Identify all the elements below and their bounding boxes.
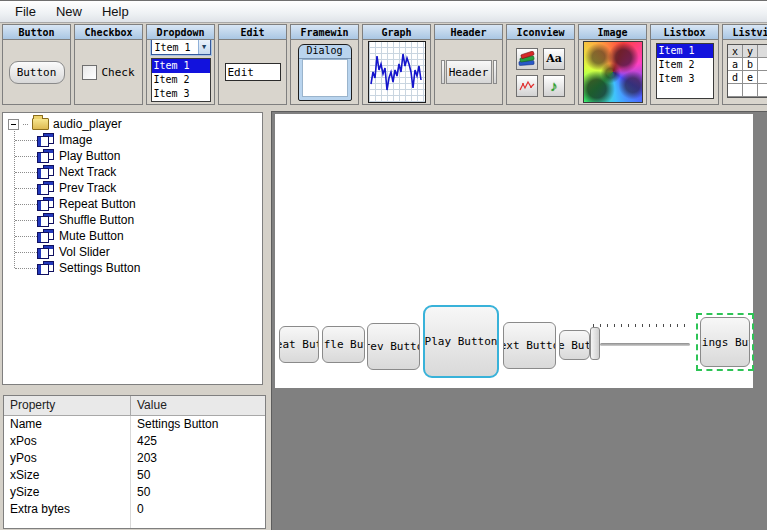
canvas-mute-button[interactable]: Mute Button [559,330,590,360]
property-value-cell[interactable] [131,518,265,529]
property-value-cell[interactable]: 50 [131,467,265,484]
widget-icon [37,261,54,275]
palette-checkbox-widget[interactable]: Check [82,65,134,80]
list-item-item-1[interactable]: Item 1 [657,44,713,58]
listbox-list[interactable]: Item 1Item 2Item 3 [656,43,714,99]
header-segment-label[interactable]: Header [446,60,492,84]
palette-image-widget[interactable] [583,41,643,103]
chevron-down-icon[interactable]: ▼ [198,40,210,54]
tree-children: ImagePlay ButtonNext TrackPrev TrackRepe… [3,132,262,276]
listview-table[interactable]: xyabde [727,44,767,98]
property-row [4,518,265,529]
chart-icon[interactable] [516,75,538,97]
property-header-row: Property Value [4,396,265,416]
tree-item-shuffle-button[interactable]: Shuffle Button [3,212,262,228]
property-value-cell[interactable]: 425 [131,433,265,450]
panel-title: Graph [363,25,430,40]
collapse-expander-icon[interactable] [8,119,19,130]
property-value-cell[interactable]: 0 [131,501,265,518]
widget-icon [37,197,54,211]
list-item-item-3[interactable]: Item 3 [152,87,210,101]
palette-panel-iconview: Iconview Aa [506,24,575,105]
header-segment [441,60,445,84]
framewin-body [302,59,348,97]
checkbox-box[interactable] [82,65,97,80]
dropdown-combo[interactable]: Item 1 ▼ [151,40,211,55]
font-icon[interactable]: Aa [543,48,565,70]
palette-iconview-widget[interactable]: Aa ♪ [516,48,565,97]
property-row: xPos425 [4,433,265,450]
canvas-next-button[interactable]: Next Button [503,322,556,369]
palette-edit-widget[interactable]: Edit [225,63,281,81]
tree-item-prev-track[interactable]: Prev Track [3,180,262,196]
list-item-item-2[interactable]: Item 2 [152,73,210,87]
canvas-vol-slider-handle[interactable] [590,327,600,360]
panel-title: Dropdown [147,25,214,40]
tree-item-label: Next Track [59,165,116,179]
list-item-item-2[interactable]: Item 2 [657,58,713,72]
property-row: NameSettings Button [4,416,265,433]
palette-framewin-widget[interactable]: Dialog [298,44,352,101]
palette-graph-widget[interactable] [368,41,426,103]
palette-panel-edit: Edit Edit [218,24,287,105]
list-item-item-3[interactable]: Item 3 [657,72,713,86]
palette-panel-checkbox: Checkbox Check [74,24,143,105]
panel-title: Edit [219,25,286,40]
header-segment [493,60,497,84]
dropdown-list[interactable]: Item 1Item 2Item 3 [151,58,211,102]
panel-title: Framewin [291,25,358,40]
property-panel: Property Value NameSettings ButtonxPos42… [3,395,266,529]
list-item-item-1[interactable]: Item 1 [152,59,210,73]
widget-icon [37,149,54,163]
listview-cell [728,84,743,97]
property-value-cell[interactable]: Settings Button [131,416,265,433]
menu-new[interactable]: New [46,2,92,21]
listview-cell [758,58,767,71]
widget-palette: Button Button Checkbox Check Dropdown It… [0,24,767,105]
property-value-cell[interactable]: 203 [131,450,265,467]
tree-item-vol-slider[interactable]: Vol Slider [3,244,262,260]
design-canvas[interactable]: Repeat ButtonShuffle ButtonPrev ButtonPl… [271,111,767,530]
panel-title: Listbox [651,25,718,40]
listview-cell: b [743,58,758,71]
books-icon[interactable] [516,48,538,70]
tree-item-play-button[interactable]: Play Button [3,148,262,164]
folder-icon [32,118,49,130]
canvas-settings-button[interactable]: Settings Button [700,317,750,367]
palette-dropdown-widget[interactable]: Item 1 ▼ Item 1Item 2Item 3 [151,40,211,102]
canvas-prev-button[interactable]: Prev Button [367,323,420,370]
tree-item-settings-button[interactable]: Settings Button [3,260,262,276]
property-name-cell [4,518,131,529]
music-note-icon[interactable]: ♪ [543,75,565,97]
menu-file[interactable]: File [5,2,46,21]
tree-item-image[interactable]: Image [3,132,262,148]
canvas-play-button[interactable]: Play Button [423,305,499,378]
property-name-cell: Name [4,416,131,433]
framewin-title: Dialog [299,45,351,59]
tree-root-item[interactable]: audio_player [3,116,262,132]
tree-root-label: audio_player [53,117,122,131]
widget-icon [37,213,54,227]
dialog-surface[interactable]: Repeat ButtonShuffle ButtonPrev ButtonPl… [275,114,753,388]
widget-icon [37,245,54,259]
canvas-vol-slider-track[interactable] [600,343,690,346]
prop-rows: NameSettings ButtonxPos425yPos203xSize50… [4,416,265,529]
palette-button-widget[interactable]: Button [9,61,65,84]
panel-title: Listview [723,25,767,40]
tree-item-label: Vol Slider [59,245,110,259]
panel-title: Header [435,25,502,40]
palette-header-widget[interactable]: Header [441,60,497,84]
tree-item-repeat-button[interactable]: Repeat Button [3,196,262,212]
menu-help[interactable]: Help [92,2,139,21]
tree-item-label: Play Button [59,149,120,163]
canvas-repeat-button[interactable]: Repeat Button [279,326,319,363]
palette-panel-button: Button Button [2,24,71,105]
canvas-shuffle-button[interactable]: Shuffle Button [322,326,365,363]
tree-item-next-track[interactable]: Next Track [3,164,262,180]
widget-icon [37,181,54,195]
tree-item-mute-button[interactable]: Mute Button [3,228,262,244]
widget-tree-panel: audio_player ImagePlay ButtonNext TrackP… [2,112,263,385]
listview-header-cell [758,45,767,58]
listview-header-cell: y [743,45,758,58]
property-value-cell[interactable]: 50 [131,484,265,501]
